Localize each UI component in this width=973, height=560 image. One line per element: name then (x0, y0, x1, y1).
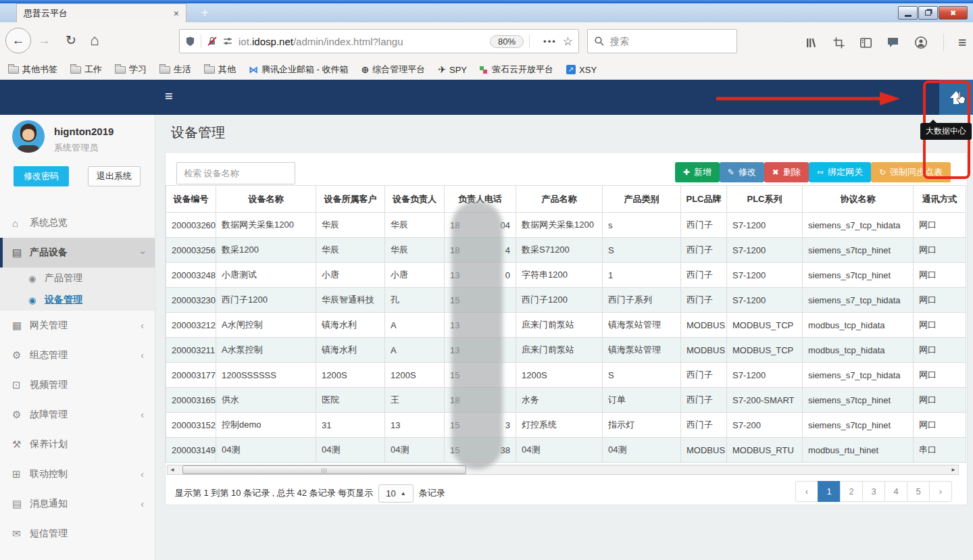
table-row[interactable]: 2000031771200SSSSSS1200S1200S151200SS西门子… (166, 363, 966, 388)
scroll-right-icon[interactable]: ► (949, 465, 958, 474)
table-cell: 订单 (603, 388, 681, 413)
submenu-item[interactable]: ◉设备管理 (0, 289, 155, 311)
restore-icon (925, 10, 931, 16)
new-tab-button[interactable]: + (195, 5, 215, 22)
table-cell: 200003230 (166, 288, 216, 313)
sidebar-item-label: 组态管理 (30, 349, 68, 361)
account-icon[interactable] (914, 36, 928, 49)
column-header[interactable]: 设备负责人 (385, 186, 445, 213)
table-cell: 200003152 (166, 413, 216, 438)
column-header[interactable]: PLC系列 (727, 186, 803, 213)
sidebar-item[interactable]: ⚒保养计划 (0, 430, 155, 459)
bookmark-item[interactable]: 生活 (159, 63, 191, 76)
sidebar-item[interactable]: ⚙故障管理‹ (0, 400, 155, 430)
column-header[interactable]: 设备名称 (216, 186, 316, 213)
table-row[interactable]: 200003260数据网关采集1200华辰华辰1804数据网关采集1200s西门… (166, 213, 966, 238)
sidebar-toggle-icon[interactable] (859, 36, 872, 49)
table-row[interactable]: 200003212A水闸控制镇海水利A13庶来门前泵站镇海泵站管理MODBUSM… (166, 313, 966, 338)
permissions-icon[interactable] (222, 36, 233, 47)
column-header[interactable]: 协议名称 (803, 186, 914, 213)
bookmark-item[interactable]: 萤石云开放平台 (480, 63, 553, 76)
zoom-level-badge[interactable]: 80% (490, 35, 524, 48)
table-row[interactable]: 200003248小唐测试小唐小唐130字符串12001西门子S7-1200si… (166, 263, 966, 288)
chat-icon[interactable] (887, 36, 900, 49)
column-header[interactable]: 设备所属客户 (316, 186, 385, 213)
修改-button[interactable]: ✎修改 (720, 162, 764, 182)
device-search-input[interactable] (176, 162, 295, 184)
bookmark-item[interactable]: 工作 (70, 63, 102, 76)
page-button[interactable]: 2 (840, 481, 863, 502)
sidebar-item[interactable]: ▦网关管理‹ (0, 311, 155, 340)
home-button[interactable]: ⌂ (90, 31, 99, 49)
browser-tab[interactable]: 思普云平台 × (16, 3, 186, 22)
sidebar-item[interactable]: ⌂系统总览 (0, 208, 155, 238)
page-size-dropdown[interactable]: 10▲ (378, 484, 413, 503)
page-button[interactable]: 3 (862, 481, 885, 502)
绑定网关-button[interactable]: ∾绑定网关 (809, 162, 871, 182)
menu-icon[interactable]: ≡ (958, 34, 966, 51)
globe-icon: ⊕ (361, 64, 370, 75)
gears-icon: ⚙ (12, 409, 30, 421)
column-header[interactable]: PLC品牌 (681, 186, 727, 213)
bookmark-star-icon[interactable]: ☆ (563, 34, 573, 49)
table-cell: 西门子 (681, 413, 727, 438)
prev-page-button[interactable]: ‹ (795, 481, 818, 502)
search-bar[interactable] (587, 29, 737, 53)
table-row[interactable]: 200003152控制demo3113153灯控系统指示灯西门子S7-200si… (166, 413, 966, 438)
bookmark-item[interactable]: ✈SPY (438, 64, 467, 75)
back-button[interactable]: ← (5, 28, 31, 53)
forward-button[interactable]: → (38, 33, 51, 48)
button-icon: ✎ (728, 168, 734, 177)
page-button[interactable]: 1 (818, 481, 841, 502)
table-cell: 数采1200 (216, 238, 316, 263)
table-row[interactable]: 200003256数采1200华辰华辰184数采S71200S西门子S7-120… (166, 238, 966, 263)
page-button[interactable]: 4 (884, 481, 907, 502)
change-password-button[interactable]: 修改密码 (14, 166, 69, 186)
bookmark-item[interactable]: 其他书签 (8, 63, 57, 76)
restore-button[interactable] (918, 6, 938, 20)
sidebar-item[interactable]: ▤产品设备‹ (0, 238, 155, 268)
sidebar-collapse-icon[interactable]: ≡ (165, 88, 173, 104)
page-button[interactable]: 5 (907, 481, 930, 502)
bookmark-item[interactable]: ⊕综合管理平台 (361, 63, 426, 76)
bookmark-item[interactable]: ↗XSY (566, 65, 597, 75)
sidebar-item[interactable]: ⊞联动控制‹ (0, 459, 155, 489)
table-row[interactable]: 200003165供水医院王18水务订单西门子S7-200-SMARTsieme… (166, 388, 966, 413)
table-row[interactable]: 20000314904测04测04测153804测04测MODBUSMODBUS… (166, 438, 966, 463)
新增-button[interactable]: ✚新增 (675, 162, 720, 182)
sidebar-item[interactable]: ⊡视频管理 (0, 370, 155, 400)
browser-search-input[interactable] (610, 36, 712, 47)
close-button[interactable]: ✖ (939, 6, 968, 20)
bookmark-item[interactable]: ⋈腾讯企业邮箱 - 收件箱 (249, 63, 349, 76)
minimize-button[interactable] (898, 6, 918, 20)
scrollbar-thumb[interactable]: ||| (182, 465, 466, 474)
address-bar[interactable]: iot.idosp.net/admin/index.html?langu 80%… (179, 29, 579, 53)
page-actions-icon[interactable]: ••• (543, 36, 557, 47)
column-header[interactable]: 产品名称 (516, 186, 603, 213)
avatar[interactable] (12, 120, 45, 153)
删除-button[interactable]: ✖删除 (764, 162, 809, 182)
submenu-item[interactable]: ◉产品管理 (0, 268, 155, 289)
sidebar-item[interactable]: ✉短信管理 (0, 519, 155, 549)
reload-button[interactable]: ↻ (66, 32, 76, 48)
screenshot-icon[interactable] (832, 36, 845, 49)
folder-icon (204, 66, 215, 74)
insecure-lock-icon[interactable] (207, 36, 218, 47)
horizontal-scrollbar[interactable]: ◄ ||| ► (167, 465, 959, 475)
logout-button[interactable]: 退出系统 (88, 166, 141, 186)
tab-close-icon[interactable]: × (174, 9, 179, 18)
sidebar-item-partial[interactable]: ▦ (0, 549, 155, 560)
bookmark-item[interactable]: 其他 (204, 63, 236, 76)
sidebar-item[interactable]: ▤消息通知‹ (0, 489, 155, 519)
table-row[interactable]: 200003230西门子1200华辰智通科技孔15西门子1200西门子系列西门子… (166, 288, 966, 313)
column-header[interactable]: 设备编号 (166, 186, 216, 213)
bookmark-item[interactable]: 学习 (115, 63, 147, 76)
table-row[interactable]: 200003211A水泵控制镇海水利A13庶来门前泵站镇海泵站管理MODBUSM… (166, 338, 966, 363)
scroll-left-icon[interactable]: ◄ (168, 465, 177, 474)
column-header[interactable]: 通讯方式 (914, 186, 966, 213)
sidebar-item[interactable]: ⚙组态管理‹ (0, 340, 155, 370)
library-icon[interactable] (805, 36, 818, 49)
shield-icon[interactable] (185, 36, 195, 47)
next-page-button[interactable]: › (929, 481, 952, 502)
column-header[interactable]: 产品类别 (603, 186, 681, 213)
